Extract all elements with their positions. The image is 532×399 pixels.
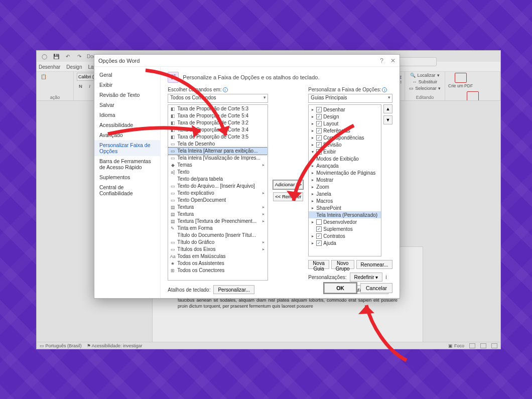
view-print-icon[interactable] <box>480 343 486 348</box>
add-button[interactable]: Adicionar >> <box>273 180 303 189</box>
nav-idioma[interactable]: Idioma <box>94 110 160 120</box>
caret-icon[interactable]: ▸ <box>310 220 315 224</box>
language-status[interactable]: ▭ Português (Brasil) <box>40 343 82 348</box>
tab-desenhar[interactable]: Desenhar <box>39 64 60 71</box>
nav-acessibilidade[interactable]: Acessibilidade <box>94 120 160 130</box>
nav-revis-o-de-texto[interactable]: Revisão de Texto <box>94 90 160 100</box>
info-icon[interactable]: i <box>223 87 228 92</box>
tree-node[interactable]: ▸Movimentação de Páginas <box>309 169 381 176</box>
command-item[interactable]: ▭Tela inteira [Visualização de Impres... <box>168 155 268 162</box>
command-item[interactable]: ▭Tela de Desenho <box>168 141 268 148</box>
tree-node[interactable]: ▸Avançada <box>309 162 381 169</box>
autosave-toggle[interactable]: ◯ <box>41 53 48 60</box>
caret-icon[interactable]: ▸ <box>310 121 315 126</box>
tree-node[interactable]: ▸Revisão <box>309 141 381 148</box>
close-icon[interactable]: ✕ <box>390 57 395 64</box>
bold-icon[interactable]: N <box>77 82 84 90</box>
paste-icon[interactable]: 📋 <box>40 73 47 80</box>
nav-central-de-confiabilidade[interactable]: Central de Confiabilidade <box>94 182 160 198</box>
caret-icon[interactable]: ▸ <box>310 234 315 238</box>
italic-icon[interactable]: I <box>86 82 93 90</box>
reset-button[interactable]: Redefinir ▾ <box>350 273 383 282</box>
command-item[interactable]: ✎Tinta em Forma <box>168 225 268 232</box>
caret-icon[interactable]: ▸ <box>310 143 315 147</box>
command-item[interactable]: ◧Taxa de Proporção de Corte 5:3 <box>168 105 268 112</box>
checkbox-icon[interactable] <box>316 135 322 141</box>
move-up-button[interactable]: ▲ <box>383 104 392 113</box>
command-item[interactable]: ◆Temas▸ <box>168 162 268 169</box>
tree-node[interactable]: ▸Correspondências <box>309 134 381 141</box>
tree-node[interactable]: ▾Exibir <box>309 148 381 155</box>
tree-node[interactable]: Tela Inteira (Personalizado) <box>309 211 381 218</box>
tree-node[interactable]: ▸Macros <box>309 197 381 204</box>
tree-node[interactable]: ▸Desenhar <box>309 106 381 113</box>
tree-node[interactable]: ▸Contratos <box>309 232 381 239</box>
command-item[interactable]: ◧Taxa de Proporção de Corte 3:4 <box>168 126 268 134</box>
caret-icon[interactable]: ▸ <box>310 241 315 245</box>
find-button[interactable]: 🔍 Localizar ▾ <box>410 73 439 78</box>
checkbox-icon[interactable] <box>316 128 322 134</box>
create-share-pdf-button[interactable]: Crie um PDF e compartilhe o link <box>448 91 497 101</box>
command-item[interactable]: Texto de/para tabela <box>168 176 268 183</box>
view-read-icon[interactable] <box>469 343 475 348</box>
caret-icon[interactable]: ▸ <box>310 128 315 133</box>
caret-icon[interactable]: ▸ <box>310 199 315 203</box>
caret-icon[interactable]: ▸ <box>310 192 315 196</box>
checkbox-icon[interactable] <box>316 149 322 155</box>
tree-node[interactable]: ▸Zoom <box>309 183 381 190</box>
checkbox-icon[interactable] <box>316 240 322 246</box>
kb-customize-button[interactable]: Personalizar... <box>213 285 254 294</box>
caret-icon[interactable]: ▸ <box>310 107 315 112</box>
undo-icon[interactable]: ↶ <box>64 53 71 60</box>
replace-button[interactable]: ↔ Substituir <box>413 79 438 84</box>
focus-mode-button[interactable]: ▣ Foco <box>448 343 464 348</box>
redo-icon[interactable]: ↷ <box>75 53 83 60</box>
tree-node[interactable]: ▸Referências <box>309 127 381 134</box>
command-item[interactable]: ⊞Todos os Conectores <box>168 267 268 274</box>
command-item[interactable]: ◧Taxa de Proporção de Corte 5:4 <box>168 112 268 119</box>
move-down-button[interactable]: ▼ <box>383 115 392 124</box>
command-item[interactable]: ▭Texto OpenDocument <box>168 197 268 204</box>
command-item[interactable]: Título do Documento [Inserir Títul... <box>168 232 268 239</box>
tree-node[interactable]: ▸Desenvolvedor <box>309 218 381 225</box>
checkbox-icon[interactable] <box>316 219 322 225</box>
nav-suplementos[interactable]: Suplementos <box>94 172 160 182</box>
caret-icon[interactable]: ▸ <box>310 178 315 182</box>
checkbox-icon[interactable] <box>316 226 322 232</box>
checkbox-icon[interactable] <box>316 121 322 126</box>
nav-geral[interactable]: Geral <box>94 70 160 80</box>
create-pdf-button[interactable]: Crie um PDF <box>448 73 473 88</box>
info-icon[interactable]: i <box>385 275 386 280</box>
command-item[interactable]: ▤Textura▸ <box>168 211 268 218</box>
tree-node[interactable]: Suplementos <box>309 225 381 232</box>
caret-icon[interactable]: ▸ <box>310 157 315 161</box>
cancel-button[interactable]: Cancelar <box>360 283 392 293</box>
info-icon[interactable]: i <box>382 87 387 92</box>
choose-commands-combo[interactable]: Todos os Comandos <box>168 94 268 103</box>
command-item[interactable]: ▤Textura▸ <box>168 204 268 211</box>
new-tab-button[interactable]: Nova Guia <box>308 260 329 269</box>
tree-node[interactable]: ▸Janela <box>309 190 381 197</box>
tree-node[interactable]: ▸Design <box>309 113 381 120</box>
nav-barra-de-ferramentas-de-acesso-r-pido[interactable]: Barra de Ferramentas de Acesso Rápido <box>94 156 160 172</box>
checkbox-icon[interactable] <box>316 107 322 112</box>
commands-listbox[interactable]: ◧Taxa de Proporção de Corte 5:3◧Taxa de … <box>168 104 268 281</box>
caret-icon[interactable]: ▸ <box>310 114 315 119</box>
nav-salvar[interactable]: Salvar <box>94 100 160 110</box>
checkbox-icon[interactable] <box>316 114 322 119</box>
caret-icon[interactable]: ▸ <box>310 206 315 210</box>
rename-button[interactable]: Renomear... <box>356 260 392 269</box>
caret-icon[interactable]: ▸ <box>310 164 315 168</box>
nav-avan-ado[interactable]: Avançado <box>94 130 160 140</box>
command-item[interactable]: ▭Tela Inteira [Alternar para exibição... <box>168 148 268 155</box>
ribbon-tree[interactable]: ▸Desenhar▸Design▸Layout▸Referências▸Corr… <box>308 104 381 256</box>
command-item[interactable]: ▭Título do Gráfico▸ <box>168 239 268 246</box>
command-item[interactable]: ★Todos os Assistentes <box>168 260 268 267</box>
tree-node[interactable]: ▸Ajuda <box>309 239 381 246</box>
checkbox-icon[interactable] <box>316 142 322 148</box>
tree-node[interactable]: ▸Layout <box>309 120 381 127</box>
command-item[interactable]: ▭Títulos dos Eixos▸ <box>168 246 268 253</box>
save-icon[interactable]: 💾 <box>52 53 60 60</box>
command-item[interactable]: ▤Textura [Textura de Preenchiment...▸ <box>168 218 268 225</box>
caret-icon[interactable]: ▸ <box>310 136 315 140</box>
